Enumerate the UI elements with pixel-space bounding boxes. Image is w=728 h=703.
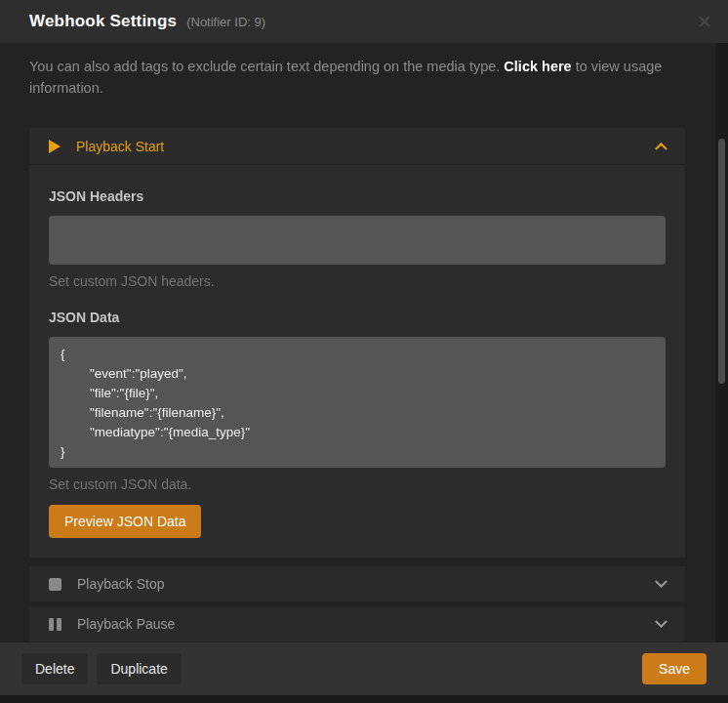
accordion-label-playback-stop: Playback Stop bbox=[77, 576, 165, 592]
panel-body-playback-start: JSON Headers Set custom JSON headers. JS… bbox=[29, 165, 685, 558]
json-headers-help: Set custom JSON headers. bbox=[49, 273, 666, 289]
usage-info-text: You can also add tags to exclude certain… bbox=[29, 56, 673, 99]
notifier-id-label: (Notifier ID: 9) bbox=[186, 15, 265, 29]
modal-body: You can also add tags to exclude certain… bbox=[0, 43, 728, 642]
panel-playback-stop: Playback Stop bbox=[29, 566, 685, 601]
scrollbar-thumb[interactable] bbox=[718, 139, 725, 384]
json-headers-input[interactable] bbox=[49, 216, 666, 265]
modal-header: Webhook Settings (Notifier ID: 9) ✕ bbox=[0, 0, 728, 43]
json-data-help: Set custom JSON data. bbox=[49, 476, 666, 492]
duplicate-button[interactable]: Duplicate bbox=[97, 653, 181, 684]
chevron-down-icon bbox=[655, 575, 667, 588]
json-data-label: JSON Data bbox=[49, 310, 666, 325]
preview-json-data-button[interactable]: Preview JSON Data bbox=[49, 505, 201, 538]
panel-playback-pause: Playback Pause bbox=[29, 606, 685, 641]
usage-info-text-before: You can also add tags to exclude certain… bbox=[29, 59, 504, 74]
delete-button[interactable]: Delete bbox=[21, 653, 88, 684]
pause-icon bbox=[49, 618, 61, 631]
panel-playback-start: Playback Start JSON Headers Set custom J… bbox=[29, 128, 685, 558]
chevron-up-icon bbox=[655, 143, 667, 155]
page-background-strip bbox=[0, 695, 728, 703]
modal-title: Webhook Settings bbox=[29, 12, 177, 31]
modal-footer: Delete Duplicate Save bbox=[0, 642, 728, 695]
chevron-down-icon bbox=[655, 615, 667, 628]
accordion-label-playback-start: Playback Start bbox=[76, 139, 164, 154]
webhook-settings-modal: Webhook Settings (Notifier ID: 9) ✕ You … bbox=[0, 0, 728, 703]
close-icon[interactable]: ✕ bbox=[697, 13, 712, 31]
accordion-label-playback-pause: Playback Pause bbox=[77, 616, 175, 632]
accordion-header-playback-pause[interactable]: Playback Pause bbox=[29, 606, 685, 641]
trigger-accordion: Playback Start JSON Headers Set custom J… bbox=[29, 128, 685, 641]
play-icon bbox=[49, 140, 61, 153]
accordion-header-playback-stop[interactable]: Playback Stop bbox=[29, 566, 685, 601]
json-data-input[interactable]: { "event":"played", "file":"{file}", "fi… bbox=[49, 337, 666, 468]
save-button[interactable]: Save bbox=[642, 653, 707, 684]
scrollbar-track[interactable] bbox=[715, 43, 728, 642]
stop-icon bbox=[49, 578, 61, 591]
json-headers-label: JSON Headers bbox=[49, 188, 666, 204]
click-here-link[interactable]: Click here bbox=[504, 59, 571, 74]
accordion-header-playback-start[interactable]: Playback Start bbox=[29, 128, 685, 165]
